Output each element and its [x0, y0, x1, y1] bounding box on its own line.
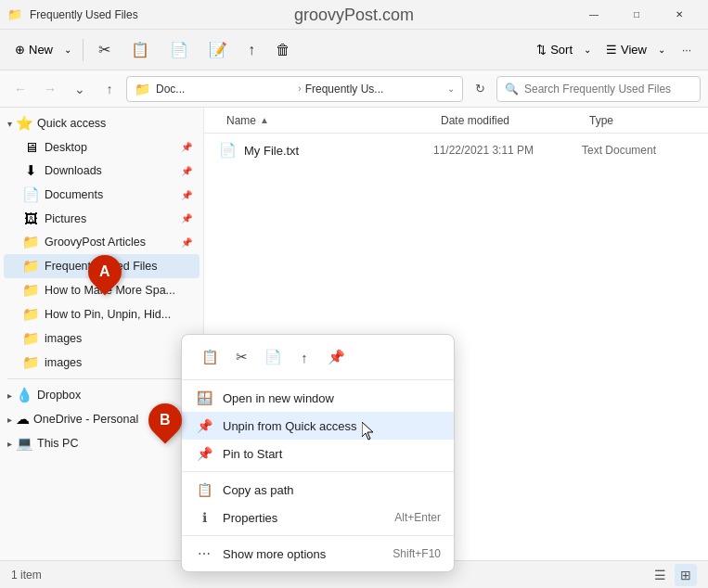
quick-access-arrow: ▾ [7, 119, 12, 129]
cm-unpin-quick-access[interactable]: 📌 Unpin from Quick access [182, 412, 454, 440]
sidebar-item-pictures[interactable]: 🖼 Pictures 📌 [4, 207, 200, 230]
sort-label: Sort [550, 43, 573, 57]
sidebar-item-documents[interactable]: 📄 Documents 📌 [4, 183, 200, 207]
col-header-date[interactable]: Date modified [433, 110, 582, 131]
copy-button[interactable]: 📋 [122, 33, 159, 67]
sort-icon: ⇅ [536, 43, 547, 57]
delete-button[interactable]: 🗑 [266, 33, 300, 67]
close-button[interactable]: ✕ [658, 0, 701, 30]
view-icon: ☰ [606, 43, 617, 57]
rename-button[interactable]: 📝 [200, 33, 237, 67]
sort-button[interactable]: ⇅ Sort ⌄ [529, 33, 597, 67]
howto-spa-icon: 📁 [22, 282, 39, 299]
cm-pin-icon-btn[interactable]: 📌 [321, 342, 351, 372]
sidebar-item-groovypost[interactable]: 📁 GroovyPost Articles 📌 [4, 230, 200, 254]
file-icon-txt: 📄 [219, 142, 237, 159]
view-dropdown-arrow[interactable]: ⌄ [652, 41, 671, 58]
cm-open-new-window[interactable]: 🪟 Open in new window [182, 384, 454, 412]
cut-button[interactable]: ✂ [89, 33, 120, 67]
search-box[interactable]: 🔍 [496, 76, 701, 102]
pictures-icon: 🖼 [22, 211, 39, 226]
cm-copy-icon-btn[interactable]: 📋 [195, 342, 225, 372]
file-type-myfile: Text Document [582, 144, 693, 157]
quick-access-label: Quick access [37, 117, 106, 130]
cm-paste-icon-btn[interactable]: 📄 [258, 342, 288, 372]
detail-view-button[interactable]: ⊞ [675, 564, 697, 586]
pin-icon-desktop: 📌 [181, 142, 192, 152]
documents-icon: 📄 [22, 186, 39, 203]
minimize-button[interactable]: — [573, 0, 615, 30]
cm-divider-mid [182, 471, 454, 472]
maximize-button[interactable]: □ [615, 0, 658, 30]
sidebar-group-dropbox[interactable]: ▸ 💧 Dropbox [0, 383, 203, 407]
path-folder-icon: 📁 [135, 82, 150, 96]
refresh-button[interactable]: ↻ [467, 76, 493, 102]
onedrive-arrow: ▸ [7, 415, 12, 425]
back-button[interactable]: ← [7, 76, 33, 102]
share-button[interactable]: ↑ [238, 33, 264, 67]
sidebar-item-images-2[interactable]: 📁 images [4, 351, 200, 375]
view-button[interactable]: ☰ View ⌄ [599, 33, 671, 67]
cm-copy-path-label: Copy as path [223, 483, 441, 497]
images2-icon: 📁 [22, 354, 39, 371]
path-doc: Doc... [156, 83, 294, 96]
more-options-button[interactable]: ··· [673, 33, 701, 67]
sidebar-label-downloads: Downloads [45, 164, 175, 177]
cm-show-more-label: Show more options [223, 547, 383, 561]
sidebar-label-images1: images [45, 332, 192, 345]
new-dropdown-arrow[interactable]: ⌄ [58, 41, 77, 58]
quick-access-star-icon: ⭐ [16, 115, 33, 132]
cm-properties-label: Properties [223, 511, 385, 525]
thispc-label: This PC [37, 437, 78, 450]
cm-properties[interactable]: ℹ Properties Alt+Enter [182, 504, 454, 531]
cm-open-new-window-label: Open in new window [223, 391, 441, 405]
window-controls: — □ ✕ [573, 0, 701, 30]
toolbar-separator-1 [83, 39, 84, 61]
badge-a-label: A [99, 263, 110, 280]
rename-icon: 📝 [209, 41, 227, 58]
list-view-button[interactable]: ☰ [649, 564, 671, 586]
status-count: 1 item [11, 569, 42, 582]
new-button[interactable]: ⊕ New ⌄ [7, 33, 77, 67]
cm-show-more-options[interactable]: ⋯ Show more options Shift+F10 [182, 540, 454, 568]
howto-pin-icon: 📁 [22, 306, 39, 323]
new-label: New [29, 43, 53, 57]
delete-icon: 🗑 [276, 42, 290, 58]
path-dropdown-arrow[interactable]: ⌄ [447, 83, 455, 94]
sort-dropdown-arrow[interactable]: ⌄ [578, 41, 597, 58]
sidebar-item-downloads[interactable]: ⬇ Downloads 📌 [4, 159, 200, 183]
cm-cut-icon-btn[interactable]: ✂ [226, 342, 256, 372]
sidebar-item-desktop[interactable]: 🖥 Desktop 📌 [4, 135, 200, 159]
file-header: Name ▲ Date modified Type [204, 108, 708, 134]
cm-properties-icon: ℹ [195, 510, 213, 525]
file-date-myfile: 11/22/2021 3:11 PM [433, 144, 582, 157]
up-button[interactable]: ↑ [97, 76, 122, 102]
toolbar: ⊕ New ⌄ ✂ 📋 📄 📝 ↑ 🗑 ⇅ Sort ⌄ ☰ View ⌄ ··… [0, 30, 708, 70]
cm-show-more-icon: ⋯ [195, 546, 213, 561]
cm-share-icon-btn[interactable]: ↑ [290, 342, 319, 372]
col-header-name[interactable]: Name ▲ [219, 110, 433, 131]
pin-icon-pictures: 📌 [181, 213, 192, 224]
cm-copy-as-path[interactable]: 📋 Copy as path [182, 476, 454, 504]
onedrive-label: OneDrive - Personal [33, 413, 138, 426]
frequently-used-icon: 📁 [22, 258, 39, 275]
dropbox-icon: 💧 [16, 387, 33, 403]
file-item-myfile[interactable]: 📄 My File.txt 11/22/2021 3:11 PM Text Do… [204, 137, 708, 163]
path-chevron: › [298, 83, 301, 94]
col-header-type[interactable]: Type [582, 110, 693, 131]
sidebar-item-howto-pin[interactable]: 📁 How to Pin, Unpin, Hid... [4, 302, 200, 326]
pin-icon-documents: 📌 [181, 190, 192, 200]
cm-show-more-shortcut: Shift+F10 [393, 547, 441, 560]
cm-divider-top [182, 379, 454, 380]
badge-b-label: B [160, 412, 171, 428]
search-input[interactable] [524, 83, 692, 96]
sidebar-group-quick-access[interactable]: ▾ ⭐ Quick access [0, 111, 203, 135]
forward-button[interactable]: → [37, 76, 63, 102]
images1-icon: 📁 [22, 330, 39, 347]
paste-button[interactable]: 📄 [161, 33, 198, 67]
sidebar-label-pictures: Pictures [45, 212, 175, 225]
cm-pin-to-start[interactable]: 📌 Pin to Start [182, 440, 454, 467]
address-path[interactable]: 📁 Doc... › Frequently Us... ⌄ [126, 76, 463, 102]
recent-locations-button[interactable]: ⌄ [67, 76, 93, 102]
sidebar-item-images-1[interactable]: 📁 images [4, 326, 200, 351]
